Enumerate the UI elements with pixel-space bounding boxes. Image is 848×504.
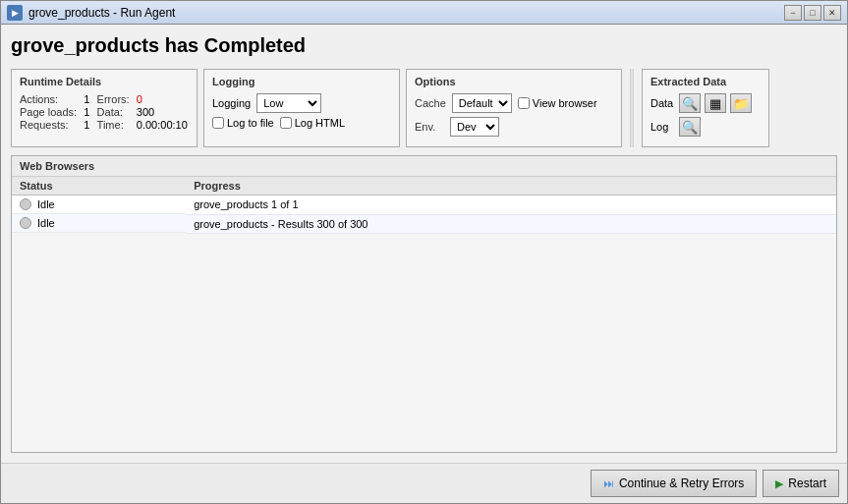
- cache-select[interactable]: Default None All: [452, 93, 512, 113]
- status-cell: Idle: [12, 196, 186, 214]
- separator: [630, 69, 634, 147]
- col-progress-header: Progress: [186, 177, 836, 196]
- log-to-file-checkbox-label[interactable]: Log to file: [212, 117, 274, 129]
- cache-label: Cache: [415, 97, 446, 109]
- restart-label: Restart: [788, 476, 826, 490]
- view-browser-text: View browser: [533, 97, 597, 109]
- titlebar: ▶ grove_products - Run Agent − □ ✕: [1, 1, 847, 25]
- page-title: grove_products has Completed: [11, 34, 837, 57]
- status-cell: Idle: [12, 214, 186, 233]
- status-text: Idle: [37, 198, 55, 210]
- titlebar-left: ▶ grove_products - Run Agent: [7, 5, 175, 21]
- restart-button[interactable]: ▶ Restart: [763, 470, 839, 497]
- extracted-data-row: Data 🔍 ▦ 📁: [650, 93, 761, 113]
- restart-icon: ▶: [775, 477, 783, 490]
- window-content: grove_products has Completed Runtime Det…: [1, 25, 847, 463]
- actions-value: 1: [84, 93, 90, 105]
- log-html-label: Log HTML: [295, 117, 345, 129]
- data-search-button[interactable]: 🔍: [679, 93, 701, 113]
- logging-checkboxes-row: Log to file Log HTML: [212, 117, 391, 129]
- log-row-label: Log: [650, 121, 675, 133]
- main-window: ▶ grove_products - Run Agent − □ ✕ grove…: [0, 0, 848, 504]
- footer: ⏭ Continue & Retry Errors ▶ Restart: [1, 463, 847, 503]
- browsers-section: Web Browsers Status Progress Idle grove_…: [11, 155, 837, 453]
- cache-row: Cache Default None All View browser: [415, 93, 613, 113]
- view-browser-checkbox[interactable]: [518, 97, 530, 109]
- logging-panel: Logging Logging Low Medium High Log to f…: [203, 69, 400, 147]
- log-search-button[interactable]: 🔍: [679, 117, 701, 137]
- maximize-button[interactable]: □: [804, 5, 821, 21]
- page-loads-label: Page loads:: [20, 106, 78, 118]
- browsers-table: Status Progress Idle grove_products 1 of…: [12, 177, 836, 234]
- window-title: grove_products - Run Agent: [28, 6, 175, 20]
- titlebar-buttons: − □ ✕: [784, 5, 841, 21]
- browsers-title: Web Browsers: [12, 156, 836, 177]
- data-table-button[interactable]: ▦: [705, 93, 726, 113]
- actions-label: Actions:: [20, 93, 78, 105]
- log-html-checkbox-label[interactable]: Log HTML: [280, 117, 345, 129]
- close-button[interactable]: ✕: [823, 5, 841, 21]
- status-text: Idle: [37, 217, 55, 229]
- options-panel: Options Cache Default None All View brow…: [406, 69, 622, 147]
- status-circle: [20, 217, 31, 229]
- continue-retry-icon: ⏭: [603, 477, 614, 489]
- continue-retry-button[interactable]: ⏭ Continue & Retry Errors: [591, 470, 757, 497]
- data-folder-button[interactable]: 📁: [730, 93, 752, 113]
- app-icon: ▶: [7, 5, 23, 21]
- continue-retry-label: Continue & Retry Errors: [619, 476, 744, 490]
- env-row: Env. Dev Prod Test: [415, 117, 613, 137]
- logging-panel-title: Logging: [212, 76, 391, 87]
- requests-value: 1: [84, 119, 90, 131]
- page-loads-value: 1: [84, 106, 90, 118]
- panels-row: Runtime Details Actions: 1 Errors: 0 Pag…: [11, 69, 837, 147]
- progress-cell: grove_products - Results 300 of 300: [186, 214, 836, 233]
- data-label: Data:: [97, 106, 131, 118]
- data-value: 300: [137, 106, 189, 118]
- errors-label: Errors:: [97, 93, 131, 105]
- runtime-panel: Runtime Details Actions: 1 Errors: 0 Pag…: [11, 69, 198, 147]
- progress-cell: grove_products 1 of 1: [186, 196, 836, 215]
- data-row-label: Data: [650, 97, 675, 109]
- log-to-file-checkbox[interactable]: [212, 117, 224, 129]
- time-label: Time:: [97, 119, 131, 131]
- logging-row: Logging Low Medium High: [212, 93, 391, 113]
- time-value: 0.00:00:10: [137, 119, 189, 131]
- table-header-row: Status Progress: [12, 177, 836, 196]
- env-select[interactable]: Dev Prod Test: [450, 117, 499, 137]
- logging-label: Logging: [212, 97, 251, 109]
- view-browser-label[interactable]: View browser: [518, 97, 597, 109]
- log-html-checkbox[interactable]: [280, 117, 292, 129]
- logging-select[interactable]: Low Medium High: [256, 93, 321, 113]
- options-panel-title: Options: [415, 76, 613, 87]
- minimize-button[interactable]: −: [784, 5, 802, 21]
- extracted-panel: Extracted Data Data 🔍 ▦ 📁 Log 🔍: [642, 69, 769, 147]
- table-row: Idle grove_products - Results 300 of 300: [12, 214, 836, 233]
- requests-label: Requests:: [20, 119, 78, 131]
- table-row: Idle grove_products 1 of 1: [12, 196, 836, 215]
- runtime-grid: Actions: 1 Errors: 0 Page loads: 1 Data:…: [20, 93, 189, 131]
- errors-value: 0: [137, 93, 189, 105]
- log-to-file-label: Log to file: [227, 117, 274, 129]
- env-label: Env.: [415, 121, 444, 133]
- extracted-log-row: Log 🔍: [650, 117, 761, 137]
- status-circle: [20, 198, 31, 210]
- col-status-header: Status: [12, 177, 186, 196]
- extracted-panel-title: Extracted Data: [650, 76, 761, 87]
- runtime-panel-title: Runtime Details: [20, 76, 189, 87]
